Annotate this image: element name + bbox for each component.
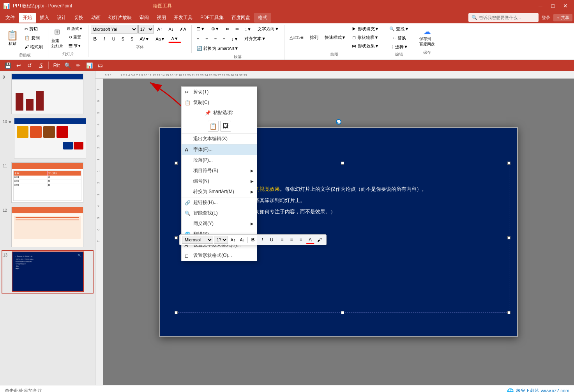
cut-button[interactable]: ✂ 剪切 [22,25,46,33]
mini-font-color[interactable]: A [306,236,314,244]
ctx-cut[interactable]: ✂ 剪切(T) [182,87,257,97]
share-btn[interactable]: ♀ 共享 [553,14,572,21]
ctx-hyperlink[interactable]: 🔗 超链接(H)... [182,197,257,208]
mini-align-left[interactable]: ≡ [278,236,286,244]
format-qa-button[interactable]: Rit [52,61,61,70]
mini-size-select[interactable]: 17 [214,236,228,244]
ctx-font[interactable]: A 字体(F)... [182,144,257,155]
strikethrough-button[interactable]: S [119,35,127,42]
reset-button[interactable]: ↺ 重置 [64,33,86,41]
ctx-exit-edit[interactable]: 退出文本编辑(X) [182,134,257,144]
columns-button[interactable]: ⫿▼ [229,35,241,42]
underline-button[interactable]: U [110,35,118,42]
login-btn[interactable]: 登录 [542,15,550,21]
mini-align-right[interactable]: ≡ [297,236,305,244]
save-baidu-button[interactable]: ☁ 保存到百度网盘 [417,25,438,49]
save-qa-button[interactable]: 💾 [3,61,12,70]
align-center[interactable]: ≡ [203,35,210,42]
ctx-shape-format[interactable]: ◻ 设置形状格式(O)... [182,250,257,261]
ctx-synonyms[interactable]: 同义词(Y) ▶ [182,218,257,229]
search-box[interactable]: 🔍 告诉我您想要做什么... [468,13,539,22]
bold-button[interactable]: B [91,35,99,43]
handle-bc[interactable] [341,311,344,314]
draw-button[interactable]: ✏ [74,61,83,70]
increase-font-button[interactable]: A↑ [155,26,165,33]
ctx-smart-search[interactable]: 🔍 智能查找(L) [182,208,257,218]
clear-format-button[interactable]: ✗A [177,26,189,33]
slide-item-12[interactable]: 12 [2,206,94,248]
handle-tc[interactable] [341,162,344,165]
format-painter-button[interactable]: 🖌 格式刷 [22,43,46,51]
arrange-button[interactable]: 排列 [307,33,321,42]
char-spacing-button[interactable]: AV▼ [137,35,152,42]
increase-indent-button[interactable]: ⇒ [233,25,242,33]
mini-decrease-font[interactable]: A↓ [238,236,247,244]
shape-outline-button[interactable]: ◻ 形状轮廓▼ [349,33,381,42]
menu-home[interactable]: 开始 [19,13,36,23]
minimize-button[interactable]: ─ [535,2,546,10]
mini-increase-font[interactable]: A↑ [229,236,237,244]
menu-insert[interactable]: 插入 [36,13,53,23]
mini-highlight[interactable]: 🖌 [315,236,324,244]
handle-tl[interactable] [175,162,178,165]
mini-italic[interactable]: I [258,236,267,244]
slide-item-10[interactable]: 10 ★ [2,117,94,160]
shapes-button[interactable]: △○□▷≡ [287,34,306,41]
new-slide-button[interactable]: ⊞ [51,26,64,38]
notes-hint[interactable]: 单击此处添加备注 [5,388,42,392]
decrease-font-button[interactable]: A↓ [166,26,177,33]
zoom-button[interactable]: 🔍 [63,61,72,70]
justify[interactable]: ≡ [220,35,228,42]
font-name-select[interactable]: Microsoft Yai [91,25,138,33]
shape-effects-button[interactable]: ⋈ 形状效果▼ [349,42,381,50]
custom-qa-button[interactable]: 🗂 [95,61,105,70]
slide-item-13[interactable]: 13 • 照每张幻灯片添加文稿。 • 请记住，这些文字仅作为文稿的... • 图… [2,250,94,294]
print-button[interactable]: 🖨 [36,61,45,70]
redo-button[interactable]: ↺ [25,61,34,70]
mini-align-center[interactable]: ≡ [287,236,296,244]
present-button[interactable]: 📊 [85,61,94,70]
menu-transitions[interactable]: 切换 [70,13,87,23]
handle-tr[interactable] [507,162,510,165]
layout-button[interactable]: ⊟ 版式▼ [64,25,86,33]
menu-format[interactable]: 格式 [254,13,271,23]
shape-fill-button[interactable]: ▶ 形状填充▼ [349,25,381,33]
text-direction-button[interactable]: 文字方向▼ [255,25,282,33]
shadow-button[interactable]: S [128,35,136,42]
rotate-handle[interactable]: ↻ [336,119,341,125]
ctx-smartart[interactable]: 转换为 SmartArt(M) ▶ [182,186,257,197]
convert-smartart[interactable]: 🔄 转换为 SmartArt▼ [194,44,241,53]
quick-styles-button[interactable]: 快速样式▼ [322,33,349,42]
ctx-paragraph[interactable]: 段落(P)... [182,155,257,165]
close-button[interactable]: ✕ [560,2,571,10]
menu-view[interactable]: 视图 [153,13,170,23]
maximize-button[interactable]: □ [548,2,558,10]
find-button[interactable]: 🔍 查找▼ [387,25,412,33]
mini-bold[interactable]: B [249,236,257,244]
italic-button[interactable]: I [100,35,109,43]
mini-underline[interactable]: U [267,236,276,244]
replace-button[interactable]: ↔ 替换 [387,34,412,42]
font-size-select[interactable]: 17 [138,25,154,33]
menu-developer[interactable]: 开发工具 [170,13,196,23]
select-button[interactable]: ⊹ 选择▼ [387,43,412,51]
ctx-numbering[interactable]: 编号(N) ▶ [182,176,257,186]
menu-review[interactable]: 审阅 [136,13,153,23]
slide-item-11[interactable]: 11 名称 对比项目 分类1 11 分类2 22 [2,161,94,204]
mini-font-select[interactable]: Microsol [182,236,213,244]
case-button[interactable]: Aa▼ [153,35,168,42]
menu-pdf[interactable]: PDF工具集 [196,13,228,23]
menu-baidu[interactable]: 百度网盘 [228,13,254,23]
handle-br[interactable] [507,311,510,314]
align-left[interactable]: ≡ [194,35,202,42]
decrease-indent-button[interactable]: ⇐ [223,25,232,33]
paste-option-2[interactable]: 🖼 [220,121,231,132]
ctx-copy[interactable]: 📋 复制(C) [182,97,257,108]
handle-bl[interactable] [175,311,178,314]
line-spacing-button[interactable]: ↕▼ [242,26,254,33]
menu-design[interactable]: 设计 [53,13,70,23]
bullets-button[interactable]: ☰▼ [194,25,208,33]
handle-ml[interactable] [175,236,178,239]
numbering-button[interactable]: ①▼ [208,25,222,33]
undo-button[interactable]: ↩ [14,61,23,70]
